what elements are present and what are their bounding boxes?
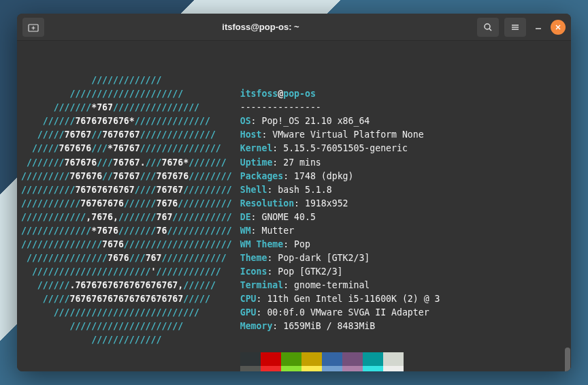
- hamburger-icon: [510, 22, 520, 32]
- info-key: CPU: [240, 294, 257, 304]
- search-button[interactable]: [477, 18, 499, 37]
- info-key: Memory: [240, 321, 273, 331]
- info-host: pop-os: [283, 89, 316, 99]
- info-key: Shell: [240, 185, 267, 195]
- close-icon: [555, 24, 561, 31]
- info-val: : 11th Gen Intel i5-11600K (2) @ 3: [257, 294, 440, 304]
- info-val: : Pop!_OS 21.10 x86_64: [251, 116, 370, 126]
- info-key: Host: [240, 129, 262, 140]
- info-key: Uptime: [240, 157, 273, 168]
- color-swatch: [342, 366, 363, 371]
- color-swatch: [240, 366, 261, 371]
- info-val: : VMware Virtual Platform None: [261, 129, 423, 140]
- info-key: WM: [240, 226, 251, 236]
- color-swatch: [363, 352, 383, 366]
- neofetch-info: itsfoss@pop-os --------------- OS: Pop!_…: [232, 74, 440, 371]
- close-button[interactable]: [551, 20, 566, 35]
- color-palette: [240, 352, 440, 371]
- color-swatch: [383, 366, 404, 371]
- terminal-body[interactable]: ///////////// ///////////////////// ////…: [17, 41, 571, 371]
- info-key: Icons: [240, 266, 267, 277]
- info-key: Kernel: [240, 143, 273, 153]
- color-swatch: [342, 352, 363, 366]
- info-divider: ---------------: [240, 102, 321, 112]
- search-icon: [483, 22, 493, 32]
- color-swatch: [383, 352, 404, 366]
- color-swatch: [281, 352, 301, 366]
- info-val: : 27 mins: [272, 157, 321, 168]
- info-val: : GNOME 40.5: [251, 212, 316, 222]
- color-swatch: [240, 352, 261, 366]
- color-swatch: [261, 366, 281, 371]
- info-val: : 00:0f.0 VMware SVGA II Adapter: [257, 307, 429, 318]
- color-swatch: [281, 366, 301, 371]
- info-key: Resolution: [240, 198, 294, 209]
- color-swatch: [301, 352, 322, 366]
- color-swatch: [363, 366, 383, 371]
- terminal-window: itsfoss@pop-os: ~: [17, 14, 571, 371]
- info-val: : Pop-dark [GTK2/3]: [267, 253, 370, 263]
- info-val: : Pop [GTK2/3]: [267, 266, 342, 277]
- info-key: Terminal: [240, 280, 284, 290]
- info-key: OS: [240, 116, 251, 126]
- info-val: : Pop: [283, 239, 310, 249]
- window-title: itsfoss@pop-os: ~: [44, 22, 477, 32]
- titlebar: itsfoss@pop-os: ~: [17, 14, 571, 41]
- color-swatch: [322, 352, 342, 366]
- menu-button[interactable]: [504, 18, 526, 37]
- scrollbar[interactable]: [565, 348, 570, 371]
- new-tab-button[interactable]: [22, 18, 44, 37]
- info-val: : Mutter: [251, 226, 295, 236]
- info-key: DE: [240, 212, 251, 222]
- svg-point-3: [485, 24, 490, 29]
- info-val: : 1659MiB / 8483MiB: [272, 321, 375, 331]
- color-swatch: [301, 366, 322, 371]
- color-swatch: [261, 352, 281, 366]
- color-swatch: [322, 366, 342, 371]
- minimize-icon: [535, 24, 542, 31]
- info-user: itsfoss: [240, 89, 278, 99]
- info-val: : 5.15.5-76051505-generic: [272, 143, 408, 153]
- svg-line-4: [489, 29, 491, 31]
- info-val: : 1918x952: [294, 198, 348, 209]
- minimize-button[interactable]: [532, 20, 545, 34]
- info-val: : bash 5.1.8: [267, 185, 331, 195]
- ascii-logo: ///////////// ///////////////////// ////…: [21, 74, 232, 371]
- info-key: WM Theme: [240, 239, 284, 249]
- info-key: GPU: [240, 307, 257, 318]
- info-key: Packages: [240, 171, 284, 181]
- info-key: Theme: [240, 253, 267, 263]
- info-val: : 1748 (dpkg): [283, 171, 353, 181]
- info-val: : gnome-terminal: [283, 280, 370, 290]
- new-tab-icon: [28, 22, 39, 32]
